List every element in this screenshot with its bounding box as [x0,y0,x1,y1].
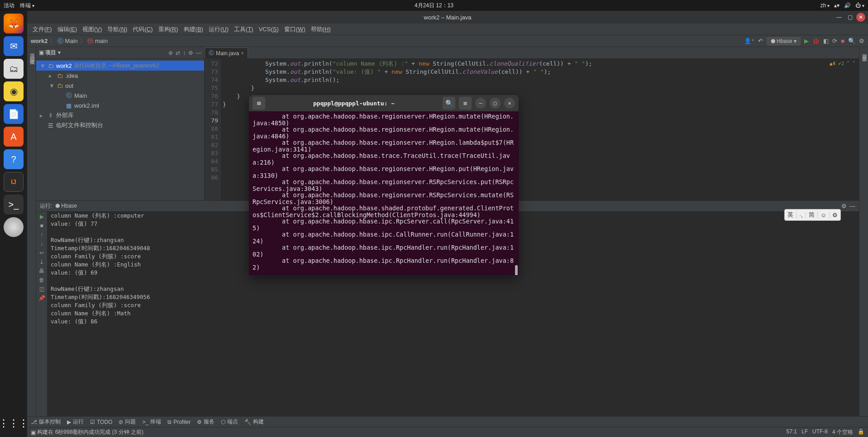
ime-·,[interactable]: ·, [796,212,806,218]
inspection-widget[interactable]: ▲4 ✔2 ˄ ˅ [830,61,855,66]
pin-icon[interactable]: 📌 [38,295,45,301]
menu-导航[interactable]: 导航(N) [105,24,129,34]
search-icon[interactable]: 🔍 [848,38,855,44]
editor-tab-main[interactable]: ⓒMain.java× [205,48,248,58]
debug-icon[interactable]: 🐞 [812,38,820,44]
terminal-close[interactable]: ✕ [504,98,515,109]
scroll-icon[interactable]: ⤓ [39,259,44,265]
run-settings-icon[interactable]: ⚙ [841,203,847,209]
settings-icon[interactable]: ⚙ [859,38,864,44]
bottom-tab-终端[interactable]: >_终端 [142,418,161,426]
status-line-sep[interactable]: LF [801,428,808,436]
terminal-search-icon[interactable]: 🔍 [443,97,455,109]
menu-工具[interactable]: 工具(T) [232,24,255,34]
ime-toolbar[interactable]: 英·,简☺⚙ [784,209,841,221]
menu-文件[interactable]: 文件(F) [31,24,54,34]
menu-构建[interactable]: 构建(B) [182,24,205,34]
bottom-tab-构建[interactable]: 🔨构建 [244,418,264,426]
wrap-icon[interactable]: ↩ [39,250,44,256]
bottom-tab-服务[interactable]: ⚙服务 [197,418,215,426]
menu-编辑[interactable]: 编辑(E) [56,24,79,34]
menu-运行[interactable]: 运行(U) [207,24,230,34]
window-close[interactable]: ✕ [856,13,865,22]
nav-crumb-main-class[interactable]: ⓒMain [57,37,78,45]
terminal-maximize[interactable]: ▢ [490,98,501,109]
ime-☺[interactable]: ☺ [818,212,830,218]
dock-show-apps[interactable]: ⋮⋮⋮ [4,413,24,433]
ime-⚙[interactable]: ⚙ [830,212,840,218]
terminal-body[interactable]: at org.apache.hadoop.hbase.regionserver.… [249,111,519,275]
volume-icon[interactable]: 🔊 [844,2,851,9]
menu-重构[interactable]: 重构(R) [157,24,180,34]
status-indent[interactable]: 4 个空格 [832,428,853,436]
close-tab-icon[interactable]: × [241,50,244,57]
window-minimize[interactable]: — [835,13,844,22]
layout-icon[interactable]: ◫ [39,286,44,292]
bottom-tab-运行[interactable]: ▶运行 [67,418,84,426]
tree-row-Main[interactable]: ⓒMain [36,90,204,100]
down-icon[interactable]: ↓ [40,241,43,247]
menu-视图[interactable]: 视图(V) [81,24,104,34]
menu-窗口[interactable]: 窗口(W) [282,24,307,34]
status-lock-icon[interactable]: 🔒 [858,428,864,436]
terminal-new-tab-icon[interactable]: ⊞ [253,97,265,109]
bottom-tab-端点[interactable]: ⬡端点 [221,418,238,426]
right-stripe[interactable]: 通知 数据库 [859,47,868,416]
status-caret[interactable]: 57:1 [787,428,797,436]
bottom-tab-问题[interactable]: ⊘问题 [119,418,136,426]
network-icon[interactable]: ▴▾ [834,2,839,9]
stop-icon[interactable]: ■ [841,38,844,44]
dock-disc[interactable] [4,217,24,237]
menu-VCS[interactable]: VCS(S) [257,25,281,33]
dock-files[interactable]: 🗂 [4,59,24,79]
tree-row-临时文件和控制台[interactable]: ☰临时文件和控制台 [36,120,204,130]
dock-help[interactable]: ? [4,149,24,169]
tree-row-外部库[interactable]: ▸⫴外部库 [36,110,204,120]
terminal-menu-icon[interactable]: ≡ [459,97,472,109]
nav-project[interactable]: work2 [31,38,48,44]
tree-row-.idea[interactable]: ▸🗀.idea [36,71,204,81]
menu-代码[interactable]: 代码(C) [131,24,154,34]
dock-software[interactable]: A [4,127,24,147]
dock-terminal[interactable]: >_ [4,195,24,214]
terminal-titlebar[interactable]: ⊞ ppqppl@ppqppl-ubuntu: ~ 🔍 ≡ — ▢ ✕ [249,95,519,111]
ime-英[interactable]: 英 [785,211,796,219]
nav-crumb-main-method[interactable]: ⓜmain [87,37,108,45]
dock-thunderbird[interactable]: ✉ [4,36,24,56]
dock-rhythmbox[interactable]: ◉ [4,81,24,101]
bottom-tab-版本控制[interactable]: ⎇版本控制 [31,418,61,426]
topbar-app-menu[interactable]: 终端 [20,2,34,10]
bottom-tab-TODO[interactable]: ☑TODO [90,419,112,425]
status-encoding[interactable]: UTF-8 [812,428,828,436]
stop-run-icon[interactable]: ■ [40,223,43,229]
dock-libreoffice[interactable]: 📄 [4,104,24,124]
expand-icon[interactable]: ↕ [183,50,186,56]
left-stripe[interactable]: 项目 结构 收藏夹 [27,47,36,416]
nav-back-icon[interactable]: ↶ [758,38,763,44]
up-icon[interactable]: ↑ [40,232,43,238]
coverage-icon[interactable]: ◧ [823,38,829,44]
dock-intellij[interactable]: IJ [4,172,24,192]
topbar-lang[interactable]: zh [820,2,830,9]
run-icon[interactable]: ▶ [804,38,809,44]
window-maximize[interactable]: ▢ [845,13,854,22]
terminal-scrollbar[interactable] [515,265,518,275]
project-tree[interactable]: ▼🗀work2 源代码根目录, ~/HBase_java/work2▸🗀.ide… [36,59,204,200]
tree-row-work2[interactable]: ▼🗀work2 源代码根目录, ~/HBase_java/work2 [36,61,204,71]
power-icon[interactable]: ⏻ [855,2,864,9]
pane-settings-icon[interactable]: ⚙ [188,50,193,56]
menu-帮助[interactable]: 帮助(H) [309,24,333,34]
profile-icon[interactable]: ⟳ [832,38,837,44]
pane-hide-icon[interactable]: — [196,50,201,56]
topbar-clock[interactable]: 4月24日 12：13 [415,2,453,10]
activities-button[interactable]: 活动 [4,2,14,10]
clear-icon[interactable]: 🗑 [39,277,44,283]
scope-icon[interactable]: ⊕ [168,50,173,56]
run-config-selector[interactable]: ⬢ Hbase ▾ [767,37,801,45]
ime-简[interactable]: 简 [806,211,818,219]
add-user-icon[interactable]: 👤⁺ [744,38,754,44]
select-opened-icon[interactable]: ⇄ [176,50,180,56]
dock-firefox[interactable]: 🦊 [4,14,24,33]
tree-row-work2.iml[interactable]: ▦work2.iml [36,100,204,110]
bottom-tab-Profiler[interactable]: ⧉Profiler [167,419,191,425]
